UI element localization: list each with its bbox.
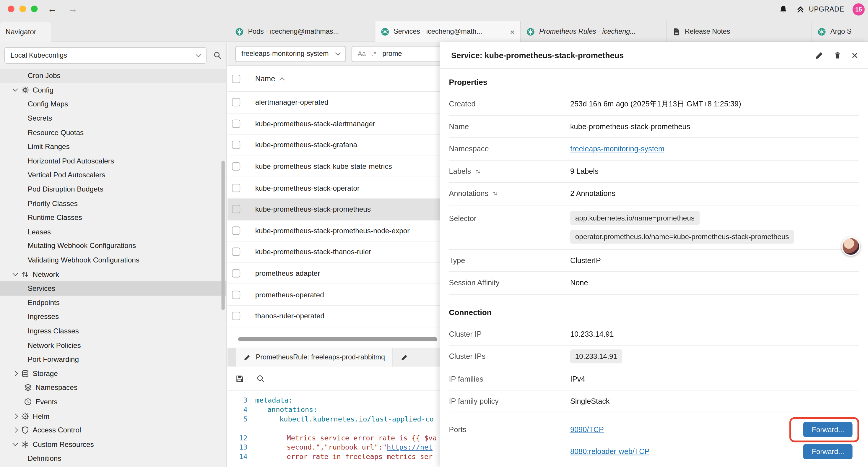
tab-services[interactable]: Services - icecheng@math... × — [375, 21, 521, 42]
delete-trash-icon[interactable] — [833, 51, 842, 59]
maximize-window-button[interactable] — [31, 6, 37, 12]
forward-button[interactable]: Forward... — [804, 422, 852, 437]
regex-toggle[interactable]: .* — [372, 50, 376, 58]
search-icon[interactable] — [213, 51, 222, 60]
sidebar-item-config[interactable]: Config — [0, 83, 226, 97]
drawer-header: Service: kube-prometheus-stack-prometheu… — [440, 42, 868, 68]
sidebar-item-ingress-classes[interactable]: Ingress Classes — [0, 324, 226, 338]
sidebar-item-limit-ranges[interactable]: Limit Ranges — [0, 140, 226, 154]
select-all-checkbox[interactable] — [232, 75, 240, 83]
tab-argo[interactable]: Argo S — [812, 21, 868, 42]
port-link[interactable]: 9090/TCP — [570, 425, 604, 434]
forward-button[interactable]: Forward... — [804, 444, 852, 459]
minimize-window-button[interactable] — [20, 6, 26, 12]
save-icon[interactable] — [235, 374, 244, 383]
detail-row-selector: Selector app.kubernetes.io/name=promethe… — [449, 205, 859, 250]
row-checkbox[interactable] — [232, 141, 240, 149]
upgrade-button[interactable]: UPGRADE — [796, 5, 844, 13]
tab-prometheus-rules[interactable]: Prometheus Rules - icecheng... — [521, 21, 666, 42]
tab-pods[interactable]: Pods - icecheng@mathmas... — [230, 21, 375, 42]
sidebar-item-storage[interactable]: Storage — [0, 366, 226, 380]
close-window-button[interactable] — [8, 6, 14, 12]
sidebar-scrollbar[interactable] — [221, 160, 224, 310]
row-checkbox[interactable] — [232, 269, 240, 278]
row-checkbox[interactable] — [232, 120, 240, 128]
annotations-count: 2 Annotations — [570, 189, 859, 198]
sidebar-item-custom-resources[interactable]: Custom Resources — [0, 437, 226, 451]
detail-value: kube-prometheus-stack-prometheus — [570, 122, 859, 130]
asterisk-icon — [20, 440, 29, 449]
match-case-toggle[interactable]: Aa — [358, 50, 366, 58]
line-number: 13 — [227, 442, 255, 452]
sidebar-item-access-control[interactable]: Access Control — [0, 423, 226, 437]
sidebar-item-label: Cron Jobs — [28, 71, 61, 80]
user-avatar[interactable] — [841, 237, 860, 256]
search-icon[interactable] — [256, 374, 265, 383]
row-checkbox[interactable] — [232, 162, 240, 171]
name-column-header[interactable]: Name — [255, 75, 284, 83]
sidebar-item-ingresses[interactable]: Ingresses — [0, 310, 226, 324]
sidebar-item-network[interactable]: Network — [0, 267, 226, 282]
selector-badge: operator.prometheus.io/name=kube-prometh… — [570, 230, 794, 243]
service-details-drawer: Service: kube-prometheus-stack-prometheu… — [440, 42, 868, 467]
sidebar-item-runtime-classes[interactable]: Runtime Classes — [0, 210, 226, 225]
detail-label: Labels — [449, 167, 471, 175]
row-checkbox[interactable] — [232, 291, 240, 299]
ports-list: 9090/TCP Forward... 8080:reloader-web/TC… — [570, 418, 859, 463]
upgrade-chevrons-icon — [796, 5, 805, 13]
notification-count-badge[interactable]: 15 — [852, 3, 865, 15]
sidebar-item-leases[interactable]: Leases — [0, 225, 226, 239]
sidebar-item-network-policies[interactable]: Network Policies — [0, 338, 226, 352]
forward-button[interactable]: → — [68, 4, 78, 14]
sidebar-item-definitions[interactable]: Definitions — [0, 451, 226, 466]
port-link[interactable]: 8080:reloader-web/TCP — [570, 447, 650, 456]
close-icon[interactable]: × — [851, 50, 858, 61]
chevron-down-icon — [12, 86, 18, 92]
row-checkbox[interactable] — [232, 205, 240, 213]
notifications-bell-icon[interactable] — [779, 5, 788, 13]
sidebar-item-helm[interactable]: Helm — [0, 409, 226, 423]
row-checkbox[interactable] — [232, 183, 240, 192]
sidebar-item-events[interactable]: Events — [0, 395, 226, 409]
row-checkbox[interactable] — [232, 312, 240, 320]
sidebar-item-config-maps[interactable]: Config Maps — [0, 97, 226, 111]
detail-row-cluster-ips: Cluster IPs 10.233.14.91 — [449, 346, 859, 368]
sidebar-item-secrets[interactable]: Secrets — [0, 111, 226, 125]
sidebar-item-pod-disruption-budgets[interactable]: Pod Disruption Budgets — [0, 182, 226, 196]
sidebar-item-port-forwarding[interactable]: Port Forwarding — [0, 352, 226, 366]
edit-pencil-icon[interactable] — [815, 51, 824, 59]
sidebar-item-priority-classes[interactable]: Priority Classes — [0, 196, 226, 210]
tab-release-notes[interactable]: Release Notes — [666, 21, 812, 42]
sidebar-item-services[interactable]: Services — [0, 282, 226, 296]
expand-toggle-icon[interactable] — [492, 191, 498, 197]
close-tab-icon[interactable]: × — [510, 27, 515, 36]
sidebar-item-label: Access Control — [33, 426, 81, 434]
sidebar-item-validating-webhook-configurations[interactable]: Validating Webhook Configurations — [0, 253, 226, 267]
sidebar-item-namespaces[interactable]: Namespaces — [0, 380, 226, 395]
sidebar-item-cron-jobs[interactable]: Cron Jobs — [0, 68, 226, 83]
detail-row-namespace: Namespace freeleaps-monitoring-system — [449, 138, 859, 160]
service-name: prometheus-operated — [255, 291, 324, 299]
yaml-string: error rate in freeleaps metrics ser — [255, 452, 433, 461]
namespace-select[interactable]: freeleaps-monitoring-system — [235, 46, 346, 62]
sidebar-item-vertical-pod-autoscalers[interactable]: Vertical Pod Autoscalers — [0, 168, 226, 182]
kubeconfig-select[interactable]: Local Kubeconfigs — [4, 47, 207, 63]
dock-tab-prometheusrule[interactable]: PrometheusRule: freeleaps-prod-rabbitmq — [236, 348, 393, 367]
sidebar-item-endpoints[interactable]: Endpoints — [0, 296, 226, 310]
back-button[interactable]: ← — [48, 4, 57, 14]
kubernetes-icon — [817, 28, 826, 36]
sidebar-item-horizontal-pod-autoscalers[interactable]: Horizontal Pod Autoscalers — [0, 154, 226, 168]
row-checkbox[interactable] — [232, 248, 240, 256]
row-checkbox[interactable] — [232, 226, 240, 235]
horizontal-scrollbar[interactable] — [238, 337, 438, 341]
namespace-link[interactable]: freeleaps-monitoring-system — [570, 145, 664, 153]
detail-row-type: Type ClusterIP — [449, 250, 859, 272]
sidebar-item-resource-quotas[interactable]: Resource Quotas — [0, 125, 226, 140]
row-checkbox[interactable] — [232, 98, 240, 107]
sidebar-item-mutating-webhook-configurations[interactable]: Mutating Webhook Configurations — [0, 239, 226, 253]
service-name: kube-prometheus-stack-grafana — [255, 141, 357, 149]
chevron-right-icon — [12, 371, 18, 376]
expand-toggle-icon[interactable] — [475, 168, 481, 174]
kubeconfig-selected-value: Local Kubeconfigs — [11, 52, 67, 59]
sidebar-item-label: Validating Webhook Configurations — [28, 256, 140, 264]
